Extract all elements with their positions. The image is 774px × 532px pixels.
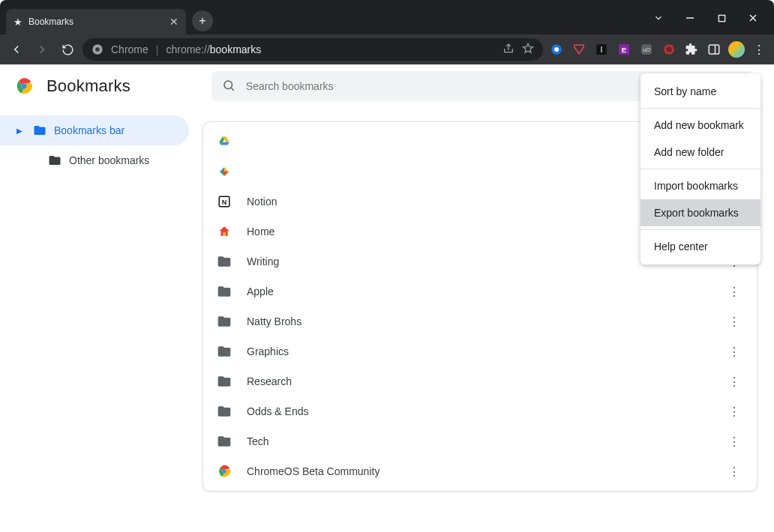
folder-icon — [217, 314, 232, 329]
menu-item[interactable]: Add new folder — [640, 139, 760, 166]
row-menu-button[interactable]: ⋮ — [725, 435, 743, 449]
favicon-icon — [217, 164, 232, 179]
extension-icon[interactable]: E — [615, 40, 633, 58]
svg-point-12 — [664, 44, 674, 55]
extension-icon[interactable] — [548, 40, 566, 58]
svg-text:N: N — [222, 199, 227, 206]
bookmark-folder-row[interactable]: Apple⋮ — [203, 276, 757, 306]
menu-separator — [640, 108, 760, 109]
back-button[interactable] — [6, 39, 27, 60]
close-window-button[interactable] — [744, 9, 762, 27]
svg-point-24 — [222, 469, 226, 473]
star-icon: ★ — [14, 16, 22, 28]
sidebar-item-label: Bookmarks bar — [54, 124, 124, 136]
browser-tab[interactable]: ★ Bookmarks ✕ — [6, 9, 186, 34]
menu-item[interactable]: Sort by name — [640, 78, 760, 105]
bookmarks-page: Bookmarks ▶Bookmarks barOther bookmarks … — [0, 64, 774, 532]
tab-title: Bookmarks — [28, 16, 164, 27]
row-menu-button[interactable]: ⋮ — [725, 345, 743, 359]
share-icon[interactable] — [502, 43, 514, 57]
folder-icon — [217, 344, 232, 359]
close-tab-icon[interactable]: ✕ — [170, 16, 178, 28]
svg-line-19 — [231, 88, 233, 90]
folder-icon — [217, 434, 232, 449]
folder-icon — [48, 153, 62, 168]
menu-item[interactable]: Import bookmarks — [640, 172, 760, 199]
folder-icon — [217, 404, 232, 419]
menu-item[interactable]: Help center — [640, 233, 760, 260]
svg-point-17 — [22, 84, 27, 89]
folder-icon — [33, 123, 46, 138]
svg-point-18 — [224, 81, 232, 89]
row-menu-button[interactable]: ⋮ — [725, 405, 743, 419]
menu-item[interactable]: Add new bookmark — [640, 112, 760, 139]
omnibox-url: chrome://bookmarks — [166, 43, 261, 55]
svg-point-16 — [16, 78, 32, 94]
row-menu-button[interactable]: ⋮ — [725, 465, 743, 479]
svg-rect-1 — [718, 15, 724, 21]
bookmark-label: ChromeOS Beta Community — [247, 465, 710, 477]
toolbar: Chrome | chrome://bookmarks I E uO ⋮ — [0, 34, 774, 64]
svg-rect-14 — [709, 45, 719, 54]
sidebar-item-label: Other bookmarks — [69, 154, 149, 166]
menu-separator — [640, 169, 760, 169]
folder-icon — [217, 254, 232, 269]
forward-button[interactable] — [32, 39, 52, 60]
expand-caret-icon[interactable]: ▶ — [16, 127, 26, 135]
folder-icon — [217, 284, 232, 299]
bookmark-folder-row[interactable]: Research⋮ — [203, 366, 757, 396]
reload-button[interactable] — [57, 39, 78, 60]
extension-icon[interactable] — [570, 40, 588, 58]
bookmark-label: Research — [247, 375, 710, 387]
svg-rect-10 — [641, 44, 652, 55]
chrome-menu-button[interactable]: ⋮ — [750, 40, 768, 58]
omnibox-origin: Chrome — [111, 43, 148, 55]
chrome-logo-icon — [15, 77, 33, 95]
minimize-button[interactable] — [681, 9, 699, 27]
extension-icon[interactable]: I — [592, 40, 610, 58]
bookmark-star-icon[interactable] — [522, 43, 534, 57]
favicon-icon: N — [217, 194, 232, 209]
new-tab-button[interactable]: + — [192, 10, 213, 31]
svg-text:I: I — [601, 45, 603, 54]
favicon-icon — [217, 134, 232, 149]
bookmark-folder-row[interactable]: Odds & Ends⋮ — [203, 396, 757, 426]
page-title: Bookmarks — [46, 76, 130, 96]
organize-menu: Sort by nameAdd new bookmarkAdd new fold… — [640, 73, 760, 265]
svg-point-13 — [666, 46, 672, 52]
row-menu-button[interactable]: ⋮ — [725, 285, 743, 299]
bookmark-label: Graphics — [247, 345, 710, 357]
svg-rect-20 — [219, 196, 230, 207]
svg-text:uO: uO — [643, 46, 650, 53]
svg-point-3 — [95, 47, 100, 52]
menu-item[interactable]: Export bookmarks — [640, 199, 760, 226]
row-menu-button[interactable]: ⋮ — [725, 315, 743, 329]
bookmark-folder-row[interactable]: Graphics⋮ — [203, 336, 757, 366]
svg-point-4 — [551, 44, 562, 55]
svg-point-23 — [218, 465, 231, 478]
bookmark-row[interactable]: ChromeOS Beta Community⋮ — [203, 456, 757, 486]
search-icon — [222, 79, 236, 94]
svg-rect-22 — [224, 233, 226, 237]
bookmark-folder-row[interactable]: Tech⋮ — [203, 426, 757, 456]
bookmark-label: Tech — [247, 435, 710, 447]
side-panel-icon[interactable] — [705, 40, 723, 58]
titlebar: ★ Bookmarks ✕ + — [0, 0, 774, 34]
window-controls — [650, 9, 774, 34]
svg-rect-6 — [596, 44, 607, 55]
favicon-icon — [217, 224, 232, 239]
bookmark-label: Apple — [247, 285, 710, 297]
chrome-icon — [92, 43, 104, 55]
sidebar-item[interactable]: ▶Bookmarks bar — [0, 115, 189, 145]
chevron-down-icon[interactable] — [650, 9, 668, 27]
extension-icon[interactable]: uO — [638, 40, 656, 58]
maximize-button[interactable] — [712, 9, 730, 27]
sidebar-item[interactable]: Other bookmarks — [0, 145, 189, 175]
bookmark-folder-row[interactable]: Natty Brohs⋮ — [203, 306, 757, 336]
extensions-button[interactable] — [682, 40, 700, 58]
profile-avatar[interactable] — [728, 40, 746, 58]
omnibox[interactable]: Chrome | chrome://bookmarks — [82, 38, 543, 61]
omnibox-separator: | — [156, 43, 159, 55]
row-menu-button[interactable]: ⋮ — [725, 375, 743, 389]
extension-icon[interactable] — [660, 40, 678, 58]
